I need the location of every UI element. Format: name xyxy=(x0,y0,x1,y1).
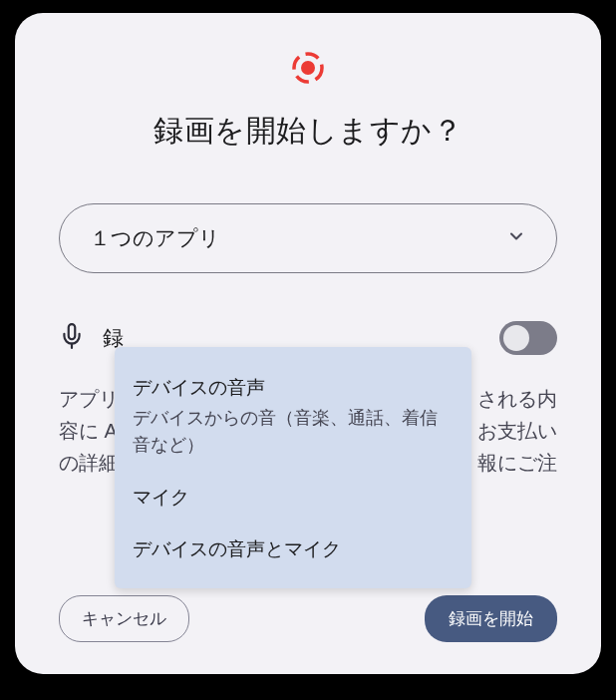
desc-line3-post: 報にご注 xyxy=(477,447,557,479)
desc-line2-post: お支払い xyxy=(477,415,557,447)
popup-item-title: マイク xyxy=(133,485,454,511)
app-scope-dropdown[interactable]: １つのアプリ xyxy=(59,203,557,273)
audio-source-popup: デバイスの音声 デバイスからの音（音楽、通話、着信音など） マイク デバイスの音… xyxy=(115,347,471,588)
desc-line1-pre: アプリ xyxy=(59,383,119,415)
start-recording-button[interactable]: 録画を開始 xyxy=(425,595,557,642)
record-icon xyxy=(59,51,557,85)
mic-icon xyxy=(59,323,85,353)
audio-toggle[interactable] xyxy=(499,321,557,355)
chevron-down-icon xyxy=(506,226,526,251)
popup-item-mic[interactable]: マイク xyxy=(133,477,454,528)
record-dialog: 録画を開始しますか？ １つのアプリ 録 xyxy=(15,13,601,674)
popup-item-title: デバイスの音声 xyxy=(133,375,454,401)
cancel-button[interactable]: キャンセル xyxy=(59,595,189,642)
toggle-knob xyxy=(503,325,529,351)
popup-item-subtitle: デバイスからの音（音楽、通話、着信音など） xyxy=(133,405,454,459)
popup-item-title: デバイスの音声とマイク xyxy=(133,536,454,562)
popup-item-device-audio[interactable]: デバイスの音声 デバイスからの音（音楽、通話、着信音など） xyxy=(133,367,454,477)
dropdown-selected: １つのアプリ xyxy=(90,224,220,252)
svg-point-1 xyxy=(301,61,315,75)
desc-line2-pre: 容に A xyxy=(59,415,118,447)
desc-line1-post: される内 xyxy=(477,383,557,415)
desc-line3-pre: の詳細 xyxy=(59,447,119,479)
dialog-title: 録画を開始しますか？ xyxy=(59,111,557,152)
button-row: キャンセル 録画を開始 xyxy=(59,595,557,642)
popup-item-device-and-mic[interactable]: デバイスの音声とマイク xyxy=(133,528,454,568)
